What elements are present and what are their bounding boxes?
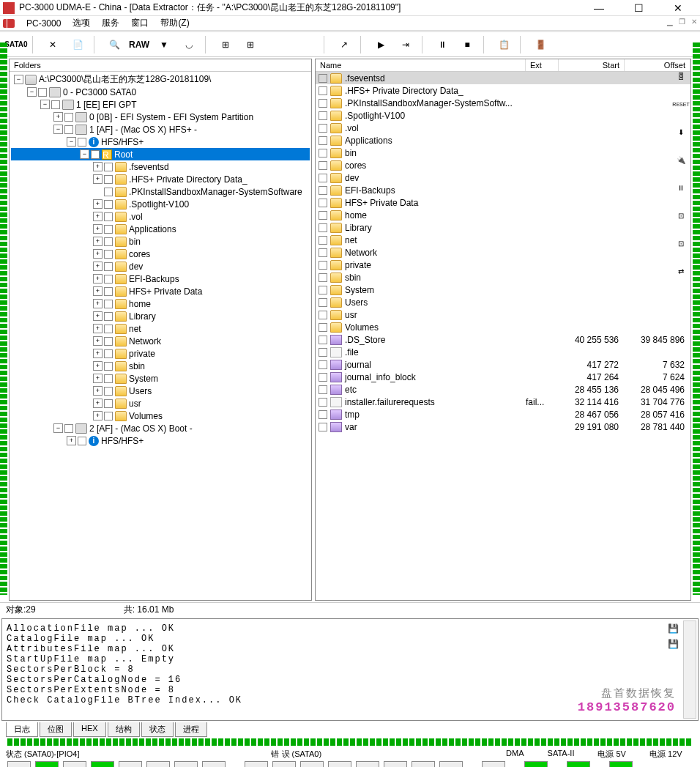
tree-checkbox[interactable] — [104, 337, 113, 346]
mdi-minimize[interactable]: ▁ — [667, 18, 673, 26]
tb-filter-icon[interactable]: ▼ — [154, 34, 174, 55]
list-checkbox[interactable] — [319, 398, 327, 407]
tree-row[interactable]: −0 - PC3000 SATA0 — [11, 86, 310, 98]
list-row[interactable]: home — [316, 209, 690, 221]
rtb-reset[interactable]: RESET — [672, 95, 690, 113]
log-tab-hex[interactable]: HEX — [73, 722, 106, 737]
tree-checkbox[interactable] — [91, 150, 100, 159]
list-row[interactable]: EFI-Backups — [316, 184, 690, 196]
tree-row[interactable]: −iHFS/HFS+ — [11, 136, 310, 148]
list-row[interactable]: .PKInstallSandboxManager-SystemSoftw... — [316, 97, 690, 109]
list-checkbox[interactable] — [319, 149, 327, 158]
tree-expander[interactable]: + — [93, 311, 103, 321]
tb-struct1-icon[interactable]: ⊞ — [215, 34, 236, 55]
tree-row[interactable]: .PKInstallSandboxManager-SystemSoftware — [11, 185, 310, 198]
tree-checkbox[interactable] — [104, 175, 113, 184]
tree-checkbox[interactable] — [104, 275, 113, 284]
tree-expander[interactable]: − — [40, 100, 50, 109]
tree-checkbox[interactable] — [104, 300, 113, 308]
tree-checkbox[interactable] — [64, 113, 73, 122]
tree-row[interactable]: +cores — [11, 248, 310, 260]
menu-window[interactable]: 窗口 — [131, 17, 149, 29]
menu-help[interactable]: 帮助(Z) — [160, 17, 189, 29]
list-row[interactable]: .Spotlight-V100 — [316, 109, 690, 122]
tree-expander[interactable]: + — [93, 174, 103, 184]
tree-expander[interactable]: − — [53, 423, 63, 433]
log-tab-process[interactable]: 进程 — [175, 722, 207, 737]
rtb-adjust-icon[interactable]: ⇄ — [672, 262, 690, 280]
tree-expander[interactable]: + — [93, 361, 103, 371]
tree-expander[interactable]: + — [93, 212, 103, 221]
tree-expander[interactable]: + — [93, 237, 103, 246]
list-checkbox[interactable] — [319, 199, 327, 207]
list-checkbox[interactable] — [319, 99, 327, 108]
list-row[interactable]: Volumes — [316, 321, 690, 333]
tree-expander[interactable]: + — [93, 224, 103, 234]
tree-row[interactable]: +net — [11, 322, 310, 335]
file-list[interactable]: .fseventsd.HFS+ Private Directory Data_.… — [316, 72, 690, 600]
list-row[interactable]: journal417 2727 632 — [316, 358, 690, 371]
list-row[interactable]: etc28 455 13628 045 496 — [316, 383, 690, 396]
tree-checkbox[interactable] — [104, 188, 113, 196]
tree-checkbox[interactable] — [104, 287, 113, 296]
tree-expander[interactable]: + — [93, 386, 103, 396]
list-checkbox[interactable] — [319, 311, 327, 319]
list-row[interactable]: installer.failurerequestsfail...32 114 4… — [316, 396, 690, 408]
tb-sata[interactable]: SATA0 — [6, 34, 26, 55]
tree-checkbox[interactable] — [104, 349, 113, 358]
col-start[interactable]: Start — [559, 59, 625, 71]
list-row[interactable]: Applications — [316, 134, 690, 147]
tree-checkbox[interactable] — [104, 312, 113, 321]
tree-row[interactable]: +home — [11, 297, 310, 310]
tree-expander[interactable]: + — [67, 436, 76, 445]
list-checkbox[interactable] — [319, 385, 327, 394]
tree-expander[interactable]: + — [93, 299, 103, 308]
list-row[interactable]: cores — [316, 159, 690, 171]
list-checkbox[interactable] — [319, 174, 327, 182]
tree-row[interactable]: +usr — [11, 397, 310, 410]
tb-raw[interactable]: RAW — [129, 34, 149, 55]
list-checkbox[interactable] — [319, 336, 327, 344]
tb-step-icon[interactable]: ⇥ — [395, 34, 416, 55]
rtb-tool2-icon[interactable]: ⊡ — [672, 234, 690, 252]
list-checkbox[interactable] — [319, 360, 327, 369]
rtb-tool1-icon[interactable]: ⊡ — [672, 207, 690, 224]
list-checkbox[interactable] — [319, 211, 327, 220]
tree-expander[interactable]: + — [93, 286, 103, 296]
tree-row[interactable]: +Network — [11, 335, 310, 347]
rtb-pin-icon[interactable]: ⬇ — [672, 123, 690, 141]
rtb-pause-icon[interactable]: ⏸ — [672, 179, 690, 196]
tree-row[interactable]: +System — [11, 372, 310, 385]
tb-export-icon[interactable]: ↗ — [334, 34, 354, 55]
list-row[interactable]: journal_info_block417 2647 624 — [316, 371, 690, 383]
list-checkbox[interactable] — [319, 248, 327, 257]
tree-expander[interactable]: + — [93, 349, 103, 358]
list-row[interactable]: net — [316, 234, 690, 246]
tree-row[interactable]: +Applications — [11, 223, 310, 235]
mdi-close[interactable]: ✕ — [691, 18, 697, 26]
close-button[interactable]: ✕ — [665, 1, 691, 15]
list-checkbox[interactable] — [319, 261, 327, 270]
list-row[interactable]: sbin — [316, 271, 690, 284]
list-checkbox[interactable] — [319, 298, 327, 307]
tree-row[interactable]: +.vol — [11, 210, 310, 223]
list-row[interactable]: System — [316, 284, 690, 296]
log-tab-struct[interactable]: 结构 — [108, 722, 140, 737]
tree-expander[interactable]: − — [67, 137, 76, 147]
tb-tools-icon[interactable]: ✕ — [42, 34, 63, 55]
tree-checkbox[interactable] — [104, 163, 113, 171]
log-tab-log[interactable]: 日志 — [6, 722, 38, 737]
list-checkbox[interactable] — [319, 348, 327, 357]
tree-checkbox[interactable] — [64, 125, 73, 134]
list-row[interactable]: .vol — [316, 122, 690, 134]
tree-row[interactable]: −1 [AF] - (Mac OS X) HFS+ - — [11, 123, 310, 136]
tb-copy-icon[interactable]: 📋 — [494, 34, 514, 55]
tree-row[interactable]: −RRoot — [11, 148, 310, 160]
tree-checkbox[interactable] — [78, 437, 86, 445]
list-row[interactable]: .fseventsd — [316, 72, 690, 84]
log-tab-bitmap[interactable]: 位图 — [40, 722, 72, 737]
tb-struct2-icon[interactable]: ⊞ — [240, 34, 261, 55]
tree-checkbox[interactable] — [104, 412, 113, 420]
tree-row[interactable]: +0 [0B] - EFI System - EFI System Partit… — [11, 111, 310, 123]
tree-row[interactable]: +bin — [11, 235, 310, 248]
